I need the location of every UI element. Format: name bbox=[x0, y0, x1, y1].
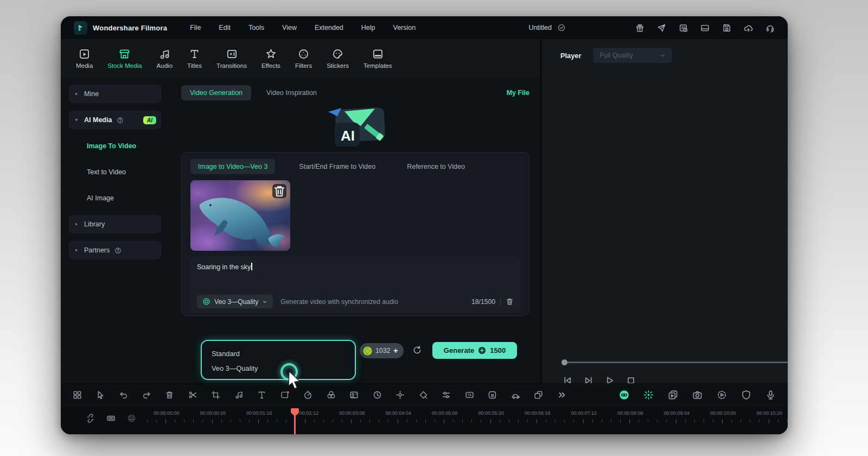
print-render-button[interactable] bbox=[127, 414, 136, 423]
media-tab[interactable]: Audio bbox=[157, 48, 173, 69]
media-tab[interactable]: Titles bbox=[187, 48, 202, 69]
model-selector[interactable]: Veo 3—Quality bbox=[197, 295, 273, 308]
seek-bar[interactable] bbox=[561, 359, 788, 365]
menu-item[interactable]: Version bbox=[393, 24, 416, 31]
motion-tracking-button[interactable] bbox=[395, 390, 405, 400]
refresh-credits-button[interactable] bbox=[412, 345, 422, 355]
card-tab[interactable]: Start/End Frame to Video bbox=[291, 159, 383, 174]
snapshot-button[interactable] bbox=[280, 390, 290, 400]
edit-toolbar: TAB bbox=[61, 383, 788, 406]
save-icon[interactable] bbox=[722, 23, 731, 33]
ruler-ticks bbox=[190, 419, 237, 423]
prompt-textarea[interactable]: Soaring in the sky Veo 3—Quality Generat… bbox=[190, 256, 520, 313]
export-queue-icon[interactable] bbox=[679, 23, 688, 33]
media-tab[interactable]: Filters bbox=[295, 48, 312, 69]
quality-selector[interactable]: Full Quality bbox=[593, 48, 672, 63]
redo-button[interactable] bbox=[142, 390, 151, 400]
ai-enhance-button[interactable] bbox=[643, 390, 654, 400]
help-icon[interactable] bbox=[114, 247, 122, 254]
ai-portrait-button[interactable] bbox=[349, 390, 359, 400]
more-tools-button[interactable] bbox=[557, 390, 566, 400]
app-name: Wondershare Filmora bbox=[93, 24, 167, 32]
menu-item[interactable]: Extended bbox=[315, 24, 343, 31]
media-tab[interactable]: Stickers bbox=[327, 48, 349, 69]
sidebar-item-image-to-video[interactable]: Image To Video bbox=[68, 137, 162, 155]
screen-record-button[interactable] bbox=[668, 390, 678, 400]
ruler-cell: 00:00:07:12 bbox=[561, 410, 608, 434]
dropdown-option[interactable]: Veo 3—Quality bbox=[202, 361, 355, 376]
text-tool-button[interactable] bbox=[257, 390, 266, 400]
ruler-ticks bbox=[283, 419, 329, 423]
transitions-icon bbox=[226, 48, 238, 60]
timestamp-label: 00:00:07:12 bbox=[561, 410, 608, 416]
render-preview-button[interactable] bbox=[717, 390, 727, 400]
speed-button[interactable] bbox=[303, 390, 312, 400]
credits-balance[interactable]: 1032 + bbox=[360, 343, 404, 358]
sidebar-item-partners[interactable]: Partners bbox=[68, 241, 162, 259]
sidebar-item-library[interactable]: Library bbox=[68, 215, 162, 233]
cloud-upload-icon[interactable] bbox=[744, 23, 753, 33]
card-tab[interactable]: Image to Video—Veo 3 bbox=[190, 159, 275, 174]
sidebar-item-text-to-video[interactable]: Text to Video bbox=[68, 163, 162, 181]
my-file-link[interactable]: My File bbox=[507, 89, 529, 97]
playhead[interactable] bbox=[291, 408, 299, 434]
send-plane-icon[interactable] bbox=[657, 23, 666, 33]
toolbar-left: TAB bbox=[73, 390, 566, 400]
unlink-button[interactable] bbox=[86, 414, 95, 423]
remove-image-button[interactable] bbox=[272, 184, 286, 198]
split-button[interactable] bbox=[188, 390, 197, 400]
tab-video-inspiration[interactable]: Video Inspiration bbox=[266, 89, 317, 97]
timestamp-label: 00:00:02:12 bbox=[283, 410, 329, 416]
auto-reframe-button[interactable] bbox=[511, 390, 520, 400]
workspace-grid-button[interactable] bbox=[73, 390, 82, 400]
tab-video-generation[interactable]: Video Generation bbox=[181, 85, 251, 100]
menu-item[interactable]: Help bbox=[361, 24, 375, 31]
media-tab[interactable]: Transitions bbox=[216, 48, 247, 69]
uploaded-image-thumbnail[interactable] bbox=[190, 180, 290, 251]
menu-item[interactable]: File bbox=[190, 24, 201, 31]
help-icon[interactable] bbox=[117, 117, 124, 124]
media-tab[interactable]: Templates bbox=[363, 48, 392, 69]
clear-prompt-button[interactable] bbox=[506, 297, 514, 306]
audio-stretch-button[interactable] bbox=[234, 390, 244, 400]
undo-button[interactable] bbox=[119, 390, 128, 400]
delete-button[interactable] bbox=[165, 390, 174, 400]
media-tab[interactable]: Media bbox=[76, 48, 93, 69]
timeline-ruler[interactable]: 00:00:00:00 00:00:00:20 00:00:01:16 00:0… bbox=[143, 410, 788, 434]
media-icon bbox=[79, 48, 90, 60]
keyframe-button[interactable] bbox=[419, 390, 428, 400]
beat-detection-button[interactable]: B bbox=[488, 390, 497, 400]
sidebar-item-ai-image[interactable]: AI Image bbox=[68, 189, 162, 207]
media-tab[interactable]: Stock Media bbox=[107, 48, 142, 69]
layout-panel-icon[interactable] bbox=[700, 23, 710, 33]
crop-button[interactable] bbox=[211, 390, 220, 400]
seek-handle[interactable] bbox=[561, 359, 567, 365]
safe-area-button[interactable] bbox=[741, 390, 751, 400]
generation-card: Image to Video—Veo 3Start/End Frame to V… bbox=[181, 152, 529, 316]
menu-item[interactable]: Tools bbox=[248, 24, 264, 31]
sidebar: Mine AI Media AI Image To Video Text to … bbox=[61, 78, 167, 383]
text-to-speech-button[interactable]: TA bbox=[465, 390, 474, 400]
copilot-button[interactable] bbox=[619, 390, 629, 400]
media-tab[interactable]: Effects bbox=[261, 48, 280, 69]
dropdown-option[interactable]: Standard bbox=[202, 346, 355, 361]
card-tab[interactable]: Reference to Video bbox=[399, 159, 473, 174]
snapshot-camera-button[interactable] bbox=[692, 390, 703, 400]
ruler-cell: 00:00:05:00 bbox=[422, 410, 468, 434]
add-credits-button[interactable]: + bbox=[393, 346, 398, 355]
sidebar-item-ai-media[interactable]: AI Media AI bbox=[68, 111, 162, 129]
link-group-button[interactable] bbox=[106, 414, 116, 423]
plugin-button[interactable] bbox=[534, 390, 543, 400]
sidebar-item-mine[interactable]: Mine bbox=[68, 85, 162, 103]
project-name: Untitled bbox=[529, 24, 552, 31]
select-tool-button[interactable] bbox=[96, 390, 105, 400]
color-button[interactable] bbox=[327, 390, 336, 400]
voiceover-mic-button[interactable] bbox=[765, 390, 776, 400]
gift-icon[interactable] bbox=[635, 23, 644, 33]
menu-item[interactable]: View bbox=[282, 24, 297, 31]
generate-button[interactable]: Generate 1500 bbox=[432, 342, 517, 359]
duration-button[interactable] bbox=[373, 390, 382, 400]
support-headset-icon[interactable] bbox=[765, 23, 775, 33]
menu-item[interactable]: Edit bbox=[219, 24, 231, 31]
adjustment-button[interactable] bbox=[442, 390, 451, 400]
